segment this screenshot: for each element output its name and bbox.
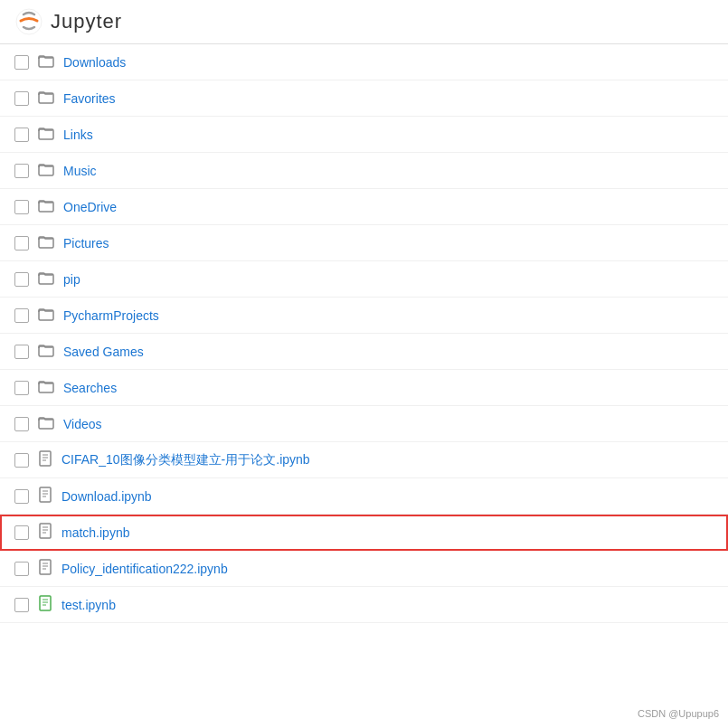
folder-icon <box>38 234 54 251</box>
folder-icon <box>38 415 54 432</box>
item-name[interactable]: pip <box>63 272 80 287</box>
item-name[interactable]: Pictures <box>63 236 109 251</box>
header: Jupyter <box>0 0 728 44</box>
item-checkbox[interactable] <box>14 128 29 142</box>
logo-container: Jupyter <box>14 7 122 36</box>
item-checkbox[interactable] <box>14 381 29 395</box>
item-checkbox[interactable] <box>14 598 29 612</box>
svg-rect-20 <box>40 524 51 538</box>
item-checkbox[interactable] <box>14 453 29 468</box>
list-item: OneDrive <box>0 189 728 225</box>
item-checkbox[interactable] <box>14 164 29 178</box>
folder-icon <box>38 90 54 107</box>
item-name[interactable]: Videos <box>63 417 102 431</box>
list-item: Saved Games <box>0 334 728 370</box>
svg-rect-16 <box>40 487 51 502</box>
item-name[interactable]: Downloads <box>63 55 126 70</box>
notebook-icon <box>38 487 52 506</box>
list-item: Download.ipynb <box>0 478 728 515</box>
svg-rect-24 <box>40 560 51 574</box>
svg-rect-28 <box>40 596 51 610</box>
folder-icon <box>38 270 54 288</box>
notebook-icon <box>38 450 52 469</box>
item-checkbox[interactable] <box>14 562 29 576</box>
list-item: Pictures <box>0 225 728 261</box>
item-checkbox[interactable] <box>14 345 29 359</box>
item-checkbox[interactable] <box>14 200 29 214</box>
item-name[interactable]: Policy_identification222.ipynb <box>61 562 228 576</box>
item-checkbox[interactable] <box>14 308 29 323</box>
list-item: Favorites <box>0 80 728 117</box>
folder-icon <box>38 307 54 324</box>
folder-icon <box>38 379 54 396</box>
list-item: match.ipynb <box>0 515 728 551</box>
item-checkbox[interactable] <box>14 489 29 504</box>
item-name[interactable]: PycharmProjects <box>63 308 159 323</box>
item-name[interactable]: Saved Games <box>63 345 144 359</box>
list-item: Links <box>0 117 728 153</box>
folder-icon <box>38 162 54 179</box>
list-item: Videos <box>0 406 728 442</box>
item-name[interactable]: match.ipynb <box>61 525 129 540</box>
item-checkbox[interactable] <box>14 236 29 251</box>
list-item: Searches <box>0 370 728 406</box>
list-item: pip <box>0 261 728 298</box>
file-list: Downloads Favorites Links Music OneDrive… <box>0 44 728 623</box>
folder-icon <box>38 126 54 143</box>
list-item: test.ipynb <box>0 587 728 623</box>
jupyter-logo-icon <box>14 7 43 36</box>
notebook-icon <box>38 523 52 542</box>
item-checkbox[interactable] <box>14 525 29 540</box>
notebook-icon <box>38 559 52 578</box>
list-item: Policy_identification222.ipynb <box>0 551 728 587</box>
item-name[interactable]: Music <box>63 164 97 178</box>
list-item: Downloads <box>0 44 728 80</box>
item-name[interactable]: Searches <box>63 381 117 395</box>
item-checkbox[interactable] <box>14 55 29 70</box>
item-checkbox[interactable] <box>14 417 29 431</box>
notebook-icon <box>38 595 52 614</box>
item-name[interactable]: Favorites <box>63 91 116 106</box>
item-name[interactable]: CIFAR_10图像分类模型建立-用于论文.ipynb <box>61 452 310 468</box>
folder-icon <box>38 343 54 360</box>
folder-icon <box>38 198 54 215</box>
item-name[interactable]: OneDrive <box>63 200 117 214</box>
list-item: CIFAR_10图像分类模型建立-用于论文.ipynb <box>0 442 728 478</box>
item-name[interactable]: Download.ipynb <box>61 489 152 504</box>
item-name[interactable]: Links <box>63 128 93 142</box>
app-title: Jupyter <box>51 10 122 33</box>
item-checkbox[interactable] <box>14 91 29 106</box>
list-item: Music <box>0 153 728 189</box>
list-item: PycharmProjects <box>0 298 728 334</box>
svg-rect-12 <box>40 451 51 466</box>
item-checkbox[interactable] <box>14 272 29 287</box>
folder-icon <box>38 53 54 71</box>
item-name[interactable]: test.ipynb <box>61 598 116 612</box>
